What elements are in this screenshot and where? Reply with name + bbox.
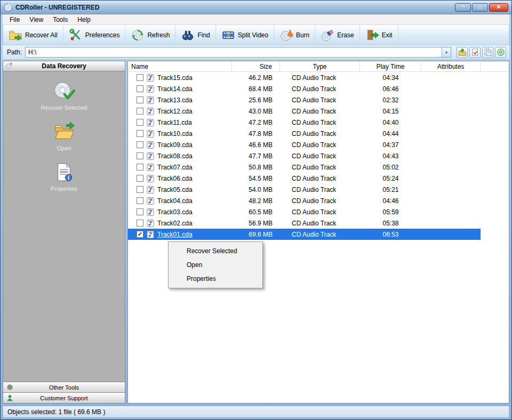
row-checkbox[interactable] [137,96,143,103]
file-type: CD Audio Track [280,106,360,117]
close-button[interactable] [489,3,508,12]
toolbar-preferences-button[interactable]: Preferences [63,26,126,45]
row-checkbox[interactable] [137,175,143,182]
row-checkbox[interactable] [137,85,143,92]
file-row[interactable]: Track13.cda25.6 MBCD Audio Track02:32 [128,94,509,106]
file-name-cell: Track14.cda [128,83,232,94]
toolbar-burn-button[interactable]: Burn [274,26,315,45]
file-play-time: 04:34 [360,72,421,83]
row-checkbox[interactable] [137,74,143,81]
file-name: Track06.cda [157,175,193,182]
file-name: Track09.cda [157,141,193,149]
row-checkbox[interactable] [137,130,143,137]
file-row[interactable]: Track12.cda43.0 MBCD Audio Track04:15 [128,106,509,117]
toolbar-recover-all-button[interactable]: Recover All [3,26,63,45]
maximize-button[interactable] [472,3,488,12]
sidebar-action-recover-selected[interactable]: Recover Selected [3,80,125,111]
burn-icon [279,28,293,42]
sidebar-header: Data Recovery [3,61,125,71]
menu-tools[interactable]: Tools [48,15,73,25]
row-checkbox[interactable] [137,197,143,204]
chevron-down-icon[interactable] [442,47,451,57]
recover-all-icon [9,28,22,42]
file-play-time: 04:40 [360,117,421,128]
row-checkbox[interactable] [137,164,143,171]
menu-help[interactable]: Help [73,15,95,25]
file-attributes [421,94,481,106]
file-attributes [421,128,481,139]
file-row[interactable]: Track14.cda68.4 MBCD Audio Track06:46 [128,83,509,94]
file-row[interactable]: Track07.cda50.8 MBCD Audio Track05:02 [128,161,509,173]
toolbar-find-button[interactable]: Find [175,26,215,45]
file-row[interactable]: Track06.cda54.5 MBCD Audio Track05:24 [128,173,509,184]
context-menu-item-recover-selected[interactable]: Recover Selected [169,244,262,258]
row-checkbox[interactable] [137,186,143,193]
menu-view[interactable]: View [25,15,48,25]
row-checkbox[interactable] [137,108,143,115]
row-checkbox[interactable] [137,141,143,148]
column-header-type[interactable]: Type [280,61,360,71]
toolbar-exit-button[interactable]: Exit [360,26,398,45]
file-type: CD Audio Track [280,139,360,150]
toolbar-button-label: Split Video [238,31,268,39]
sidebar-action-label: Recover Selected [41,104,87,111]
copy-files-button[interactable] [482,47,493,58]
file-size: 47.7 MB [232,150,280,161]
audio-file-icon [146,130,155,138]
column-header-name[interactable]: Name [128,61,232,71]
sidebar-action-open[interactable]: Open [3,120,125,151]
file-list-body: Track15.cda46.2 MBCD Audio Track04:34Tra… [128,72,509,403]
sidebar-footer-label: Other Tools [49,384,79,391]
file-name-cell: Track08.cda [128,150,232,161]
row-filler [481,128,509,139]
sidebar-action-properties[interactable]: Properties [3,161,125,192]
row-checkbox[interactable]: ✓ [137,231,143,238]
sidebar-customer-support-bar[interactable]: Customer Support [3,392,125,403]
file-row[interactable]: ✓Track01.cda69.6 MBCD Audio Track06:53 [128,229,509,240]
file-row[interactable]: Track03.cda60.5 MBCD Audio Track05:59 [128,206,509,217]
file-attributes [421,173,481,184]
context-menu-item-open[interactable]: Open [169,258,262,272]
file-row[interactable]: Track09.cda46.6 MBCD Audio Track04:37 [128,139,509,150]
file-type: CD Audio Track [280,83,360,94]
file-row[interactable]: Track05.cda54.0 MBCD Audio Track05:21 [128,184,509,195]
row-checkbox[interactable] [137,208,143,215]
toolbar-refresh-button[interactable]: Refresh [125,26,175,45]
file-row[interactable]: Track02.cda56.9 MBCD Audio Track05:38 [128,217,509,229]
menu-file[interactable]: File [5,15,25,25]
toolbar-erase-button[interactable]: Erase [315,26,359,45]
sidebar-other-tools-bar[interactable]: Other Tools [3,382,125,392]
context-menu-item-properties[interactable]: Properties [169,272,262,286]
column-header-play-time[interactable]: Play Time [360,61,421,71]
file-row[interactable]: Track04.cda48.2 MBCD Audio Track04:46 [128,195,509,206]
file-row[interactable]: Track10.cda47.8 MBCD Audio Track04:44 [128,128,509,139]
row-checkbox[interactable] [137,119,143,126]
row-filler [481,117,509,128]
audio-file-icon [146,96,155,104]
path-combobox[interactable]: H:\ [25,47,451,58]
file-name: Track04.cda [157,197,193,205]
file-row[interactable]: Track15.cda46.2 MBCD Audio Track04:34 [128,72,509,83]
row-filler [481,173,509,184]
file-list: NameSizeTypePlay TimeAttributes Track15.… [127,61,509,403]
folder-up-button[interactable] [457,47,468,58]
find-icon [181,28,195,42]
data-recovery-icon [5,62,13,70]
disc-image-icon [497,48,505,56]
file-size: 48.2 MB [232,195,280,206]
row-filler [481,206,509,217]
column-header-size[interactable]: Size [232,61,280,71]
file-play-time: 04:44 [360,128,421,139]
row-checkbox[interactable] [137,152,143,159]
minimize-button[interactable] [455,3,471,12]
file-size: 47.8 MB [232,128,280,139]
file-row[interactable]: Track11.cda47.2 MBCD Audio Track04:40 [128,117,509,128]
file-play-time: 02:32 [360,94,421,106]
file-row[interactable]: Track08.cda47.7 MBCD Audio Track04:43 [128,150,509,161]
toolbar-split-video-button[interactable]: Split Video [216,26,274,45]
column-header-attributes[interactable]: Attributes [421,61,481,71]
select-files-button[interactable] [469,47,481,58]
row-checkbox[interactable] [137,220,143,227]
file-name-cell: Track02.cda [128,217,232,229]
disc-image-button[interactable] [495,47,506,58]
